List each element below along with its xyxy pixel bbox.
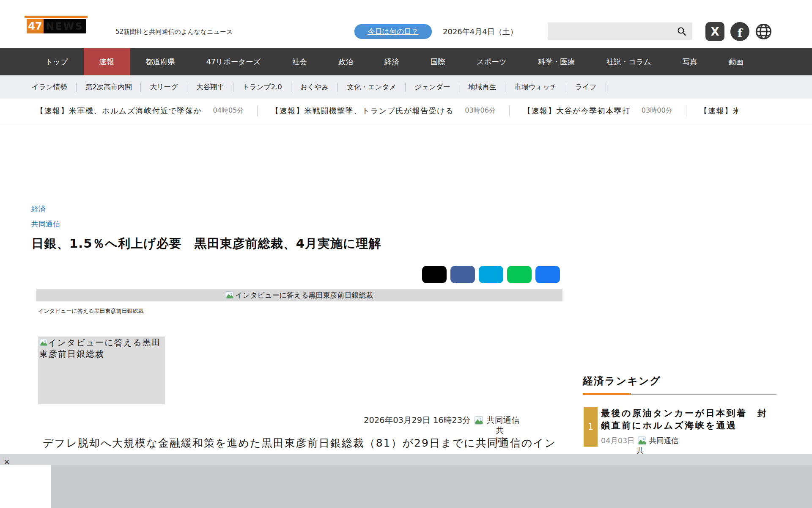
nav-item-prefectures[interactable]: 都道府県 — [130, 48, 191, 75]
subnav-item-trump[interactable]: トランプ2.0 — [233, 83, 291, 92]
ticker-item[interactable]: 【速報】米軍 — [700, 106, 738, 116]
ranking-item-date: 04月03日 — [601, 436, 635, 446]
broken-image-icon — [225, 291, 234, 299]
provider-link[interactable]: 共同通信 — [487, 414, 520, 426]
nav-item-47reporters[interactable]: 47リポーターズ — [191, 48, 277, 75]
ranking-item-meta: 04月03日 共同通信 — [601, 436, 679, 446]
subnav-item-mlb[interactable]: 大リーグ — [141, 83, 187, 92]
main-nav: トップ 速報 都道府県 47リポーターズ 社会 政治 経済 国際 スポーツ 科学… — [0, 48, 812, 75]
close-icon[interactable]: ✕ — [3, 458, 10, 466]
article-body-text: デフレ脱却へ大規模な金融緩和策を進めた黒田東彦前日銀総裁（81）が29日までに共… — [31, 436, 560, 450]
article-category-link[interactable]: 経済 — [31, 204, 46, 214]
header-date: 2026年4月4日（土） — [443, 27, 518, 37]
nav-item-video[interactable]: 動画 — [713, 48, 759, 75]
nav-item-society[interactable]: 社会 — [277, 48, 323, 75]
ticker-title: 【速報】米戦闘機撃墜、トランプ氏が報告受ける — [271, 106, 454, 116]
ticker-time: 03時06分 — [465, 106, 496, 115]
subnav-item-market-watch[interactable]: 市場ウォッチ — [505, 83, 566, 92]
share-hatena-button[interactable] — [479, 266, 503, 283]
ranking-item-provider[interactable]: 共同通信 — [649, 436, 679, 446]
nav-item-top[interactable]: トップ — [30, 48, 84, 75]
nav-item-economy[interactable]: 経済 — [369, 48, 415, 75]
topic-subnav: イラン情勢 第2次高市内閣 大リーグ 大谷翔平 トランプ2.0 おくやみ 文化・… — [0, 75, 812, 99]
globe-icon[interactable] — [754, 22, 773, 41]
hero-image-placeholder: インタビューに答える黒田東彦前日銀総裁 — [36, 289, 562, 301]
ad-overlay-strip — [0, 454, 812, 465]
ticker-time: 03時00分 — [642, 106, 672, 115]
ticker-item[interactable]: 【速報】米戦闘機撃墜、トランプ氏が報告受ける 03時06分 — [271, 106, 496, 116]
x-twitter-icon[interactable]: X — [705, 22, 724, 41]
ranking-number-badge: 1 — [584, 407, 598, 447]
nav-item-sports[interactable]: スポーツ — [461, 48, 522, 75]
ad-placeholder — [51, 465, 812, 508]
breaking-news-ticker: 【速報】米軍機、ホルムズ海峡付近で墜落か 04時05分 【速報】米戦闘機撃墜、ト… — [0, 99, 738, 123]
separator — [509, 105, 510, 116]
ranking-heading: 経済ランキング — [583, 374, 661, 388]
logo-accent-line — [25, 16, 88, 18]
facebook-icon[interactable]: f — [730, 22, 749, 41]
site-tagline: 52新聞社と共同通信のよんななニュース — [115, 28, 233, 36]
subnav-item-iran[interactable]: イラン情勢 — [32, 83, 76, 92]
logo-47-badge: 47 — [27, 19, 44, 33]
today-topic-label: 今日は何の日？ — [368, 27, 419, 36]
nav-item-breaking[interactable]: 速報 — [84, 48, 130, 75]
separator — [257, 105, 258, 116]
subnav-item-life[interactable]: ライフ — [566, 83, 606, 92]
ticker-title: 【速報】米軍 — [700, 106, 738, 116]
share-line-button[interactable] — [507, 266, 532, 283]
subnav-item-obituary[interactable]: おくやみ — [291, 83, 338, 92]
article-title: 日銀、1.5％へ利上げ必要 黒田東彦前総裁、4月実施に理解 — [31, 235, 381, 252]
ticker-item[interactable]: 【速報】大谷が今季初本塁打 03時00分 — [523, 106, 672, 116]
subnav-item-gender[interactable]: ジェンダー — [406, 83, 459, 92]
nav-item-science-medical[interactable]: 科学・医療 — [522, 48, 591, 75]
ranking-item-title[interactable]: 最後の原油タンカーが日本到着 封鎖直前にホルムズ海峡を通過 — [601, 407, 770, 432]
ticker-time: 04時05分 — [213, 106, 244, 115]
bottom-ad-overlay: ✕ — [0, 454, 812, 508]
share-blue-button[interactable] — [535, 266, 560, 283]
divider — [0, 123, 812, 123]
thumbnail-image-placeholder: インタビューに答える黒田東彦前日銀総裁 — [38, 337, 165, 404]
nav-item-politics[interactable]: 政治 — [323, 48, 369, 75]
publish-datetime: 2026年03月29日 16時23分 — [364, 414, 471, 426]
today-topic-button[interactable]: 今日は何の日？ — [354, 24, 432, 39]
subnav-item-cabinet[interactable]: 第2次高市内閣 — [77, 83, 141, 92]
article-source-link[interactable]: 共同通信 — [31, 219, 60, 229]
ranking-divider-accent — [583, 393, 631, 395]
separator — [686, 105, 686, 116]
ticker-item[interactable]: 【速報】米軍機、ホルムズ海峡付近で墜落か 04時05分 — [36, 106, 244, 116]
separator — [606, 83, 606, 92]
nav-item-editorial-column[interactable]: 社説・コラム — [590, 48, 667, 75]
ticker-title: 【速報】大谷が今季初本塁打 — [523, 106, 631, 116]
publish-row: 2026年03月29日 16時23分 共同通信 — [364, 414, 520, 426]
broken-image-icon — [39, 338, 48, 347]
subnav-item-regional[interactable]: 地域再生 — [459, 83, 505, 92]
image-caption: インタビューに答える黒田東彦前日銀総裁 — [38, 307, 143, 315]
hero-image-alt-text: インタビューに答える黒田東彦前日銀総裁 — [235, 290, 373, 300]
provider-logo-broken-icon — [474, 416, 483, 425]
ticker-title: 【速報】米軍機、ホルムズ海峡付近で墜落か — [36, 106, 202, 116]
share-x-button[interactable] — [422, 266, 447, 283]
provider-logo-broken-icon — [637, 436, 647, 445]
site-logo[interactable]: 47 NEWS — [27, 19, 86, 33]
logo-news-text: NEWS — [44, 19, 86, 33]
search-icon[interactable] — [677, 26, 687, 36]
thumbnail-alt-text: インタビューに答える黒田東彦前日銀総裁 — [39, 337, 161, 359]
search-input[interactable] — [548, 22, 692, 40]
share-buttons — [422, 266, 560, 283]
nav-item-international[interactable]: 国際 — [415, 48, 461, 75]
nav-item-photo[interactable]: 写真 — [667, 48, 713, 75]
subnav-item-ohtani[interactable]: 大谷翔平 — [187, 83, 233, 92]
share-facebook-button[interactable] — [450, 266, 475, 283]
subnav-item-culture[interactable]: 文化・エンタメ — [338, 83, 405, 92]
